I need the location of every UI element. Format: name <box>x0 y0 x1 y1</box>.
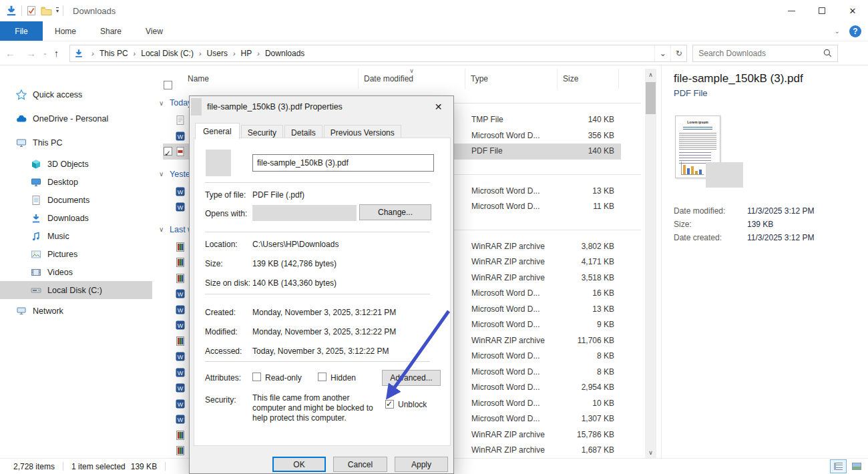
sidebar-item-label: Local Disk (C:) <box>47 286 102 295</box>
ribbon-tab-share[interactable]: Share <box>88 21 134 41</box>
collapse-group-icon[interactable]: ∨ <box>159 170 164 178</box>
sidebar-item-music[interactable]: Music <box>0 227 152 245</box>
collapse-group-icon[interactable]: ∨ <box>159 99 164 107</box>
recent-locations-icon[interactable]: ⌄ <box>41 50 49 56</box>
search-input[interactable] <box>693 49 823 58</box>
properties-icon[interactable] <box>26 5 37 16</box>
sidebar-item-local-disk-c[interactable]: Local Disk (C:) <box>0 281 152 299</box>
file-size-cell: 13 KB <box>526 302 614 318</box>
address-bar[interactable]: ›This PC›Local Disk (C:)›Users›HP›Downlo… <box>69 45 687 62</box>
scrollbar-thumb[interactable] <box>646 82 656 114</box>
up-icon[interactable]: ↑ <box>49 47 65 59</box>
column-header-size[interactable]: Size <box>558 69 619 89</box>
zip-file-icon <box>175 445 186 456</box>
column-header-label: Type <box>471 74 488 83</box>
attributes-label: Attributes: <box>205 373 241 383</box>
thumbnail-bar-chart <box>681 162 704 175</box>
large-icons-view-button[interactable] <box>848 459 865 473</box>
sidebar-item-label: OneDrive - Personal <box>33 114 108 124</box>
column-header-date-modified[interactable]: Date modified∨ <box>359 69 465 89</box>
ribbon-tab-home[interactable]: Home <box>43 21 88 41</box>
network-icon <box>16 306 27 316</box>
breadcrumb-item[interactable]: Local Disk (C:) <box>141 49 194 58</box>
file-menu-button[interactable]: File <box>0 21 43 41</box>
selection-size: 139 KB <box>131 462 157 471</box>
dialog-title: file-sample_150kB (3).pdf Properties <box>207 102 343 111</box>
sidebar-item-label: 3D Objects <box>47 160 89 169</box>
scroll-up-icon[interactable]: ∧ <box>645 69 656 80</box>
help-icon[interactable]: ? <box>849 25 861 37</box>
breadcrumb-separator-icon[interactable]: › <box>257 49 260 57</box>
sidebar-item-network[interactable]: Network <box>0 299 152 323</box>
sidebar-item-downloads[interactable]: Downloads <box>0 209 152 227</box>
file-size-cell: 15,786 KB <box>526 427 614 443</box>
word-file-icon: W <box>175 414 186 425</box>
advanced-button[interactable]: Advanced... <box>382 370 441 386</box>
breadcrumb-item[interactable]: HP <box>241 49 252 58</box>
sidebar-item-pictures[interactable]: Pictures <box>0 245 152 263</box>
file-name-input[interactable] <box>252 154 434 172</box>
vertical-scrollbar[interactable]: ∧ ∨ <box>645 69 656 458</box>
document-icon <box>31 195 41 206</box>
size-label: Size: <box>205 259 223 268</box>
file-size-cell: 8 KB <box>526 365 614 381</box>
new-folder-icon[interactable] <box>41 6 52 16</box>
collapse-group-icon[interactable]: ∨ <box>159 226 164 233</box>
column-header-name[interactable]: Name <box>152 69 359 89</box>
file-size-cell: 4,171 KB <box>526 254 614 270</box>
maximize-button[interactable] <box>807 0 837 21</box>
column-header-type[interactable]: Type <box>465 69 558 89</box>
scroll-down-icon[interactable]: ∨ <box>645 447 656 458</box>
zip-file-icon <box>175 257 186 268</box>
file-size-cell: 356 KB <box>526 128 614 144</box>
word-file-icon: W <box>175 351 186 362</box>
preview-detail-row: Size:139 KB <box>674 218 868 231</box>
word-file-icon: W <box>175 320 186 330</box>
back-icon[interactable]: ← <box>0 47 21 59</box>
sidebar-item-videos[interactable]: Videos <box>0 263 152 281</box>
sidebar-item-desktop[interactable]: Desktop <box>0 173 152 191</box>
dialog-close-icon[interactable]: ✕ <box>423 96 453 117</box>
close-button[interactable]: ✕ <box>837 0 868 21</box>
cube-icon <box>31 159 41 170</box>
breadcrumb-item[interactable]: This PC <box>99 49 128 58</box>
svg-text:W: W <box>178 322 184 329</box>
address-dropdown-icon[interactable]: ⌄ <box>654 45 670 61</box>
breadcrumb-separator-icon[interactable]: › <box>91 49 94 57</box>
forward-icon[interactable]: → <box>21 47 41 59</box>
sidebar-item-documents[interactable]: Documents <box>0 191 152 209</box>
apply-button[interactable]: Apply <box>395 457 448 472</box>
sidebar-item-label: Quick access <box>33 90 82 99</box>
ok-button[interactable]: OK <box>272 457 326 472</box>
ribbon-tab-view[interactable]: View <box>134 21 175 41</box>
details-view-button[interactable] <box>830 459 847 473</box>
sidebar-item-this-pc[interactable]: This PC <box>0 131 152 155</box>
breadcrumb-item[interactable]: Users <box>207 49 228 58</box>
cancel-button[interactable]: Cancel <box>333 457 387 472</box>
type-of-file-value: PDF File (.pdf) <box>252 190 304 200</box>
breadcrumb-separator-icon[interactable]: › <box>134 49 136 57</box>
search-icon[interactable] <box>823 49 837 57</box>
breadcrumb-separator-icon[interactable]: › <box>233 49 236 57</box>
sidebar-item-quick-access[interactable]: Quick access <box>0 83 152 107</box>
hidden-checkbox[interactable] <box>318 373 327 381</box>
file-size-cell: 2,954 KB <box>526 380 614 396</box>
change-button[interactable]: Change... <box>359 204 431 220</box>
item-checkbox[interactable] <box>164 147 172 156</box>
sidebar-item-onedrive-personal[interactable]: OneDrive - Personal <box>0 107 152 131</box>
opens-with-label: Opens with: <box>205 209 247 218</box>
readonly-checkbox[interactable] <box>252 373 261 381</box>
preview-details: Date modified:11/3/2025 3:12 PMSize:139 … <box>674 204 868 244</box>
sidebar-item-3d-objects[interactable]: 3D Objects <box>0 155 152 173</box>
minimize-button[interactable] <box>776 0 807 21</box>
refresh-icon[interactable]: ↻ <box>670 45 686 61</box>
breadcrumb-item[interactable]: Downloads <box>265 49 304 58</box>
unblock-checkbox[interactable] <box>385 400 394 409</box>
sort-descending-icon[interactable]: ∨ <box>409 67 414 74</box>
expand-ribbon-icon[interactable]: ⌄ <box>835 27 840 35</box>
breadcrumb-separator-icon[interactable]: › <box>199 49 202 57</box>
unblock-label: Unblock <box>398 400 427 409</box>
customize-toolbar-icon[interactable]: ▾ <box>56 7 59 14</box>
dialog-tab-general[interactable]: General <box>195 123 240 140</box>
select-all-checkbox[interactable] <box>164 81 172 89</box>
